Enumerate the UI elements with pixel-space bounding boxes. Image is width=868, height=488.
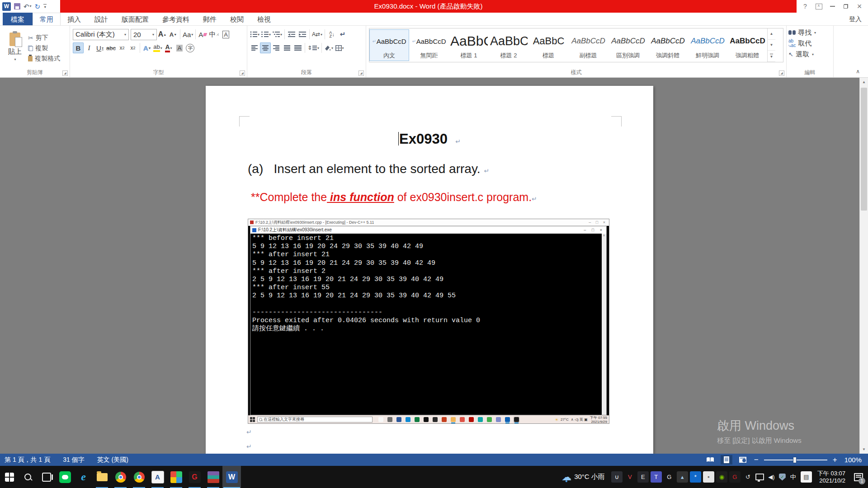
collapse-ribbon-button[interactable]: ∧	[856, 68, 860, 75]
style-item[interactable]: AaBbC 標題	[528, 29, 568, 61]
replace-button[interactable]: ab⤷ac取代	[788, 38, 831, 49]
enclose-characters-button[interactable]: 字	[185, 42, 196, 53]
logitech-icon[interactable]: G	[664, 471, 675, 483]
taskbar-app[interactable]: G	[185, 466, 204, 488]
read-mode-button[interactable]	[704, 455, 716, 465]
ribbon-tab[interactable]: 常用	[33, 13, 61, 25]
scrollbar-thumb[interactable]	[861, 88, 867, 211]
ribbon-tab[interactable]: 設計	[88, 13, 115, 25]
highlight-color-button[interactable]: ab▾	[152, 42, 163, 53]
security-shield-icon[interactable]: ✓	[779, 474, 786, 481]
scroll-down-button[interactable]: ▼	[860, 446, 868, 453]
style-item[interactable]: ↵AaBbCcD 無間距	[409, 29, 449, 61]
document-page[interactable]: Ex0930 ↵ (a) Insert an element to the so…	[206, 86, 653, 454]
chat-bubble-icon[interactable]: ▪	[703, 471, 714, 483]
gallery-more-button[interactable]: ▼	[768, 51, 775, 62]
paragraph-dialog-launcher[interactable]: ◢	[359, 70, 364, 76]
vanguard-icon[interactable]: V	[624, 471, 636, 483]
discord-icon[interactable]: ∪	[611, 471, 623, 483]
photos-icon[interactable]: ▴	[677, 471, 688, 483]
grow-font-button[interactable]: A▲	[157, 29, 168, 40]
word-count[interactable]: 31 個字	[63, 456, 84, 464]
ribbon-tab[interactable]: 版面配置	[115, 13, 156, 25]
notes-icon[interactable]: ▤	[801, 471, 812, 483]
page-indicator[interactable]: 第 1 頁，共 1 頁	[5, 456, 50, 464]
print-layout-button[interactable]	[721, 455, 732, 465]
italic-button[interactable]: I	[84, 42, 94, 53]
subscript-button[interactable]: x2	[117, 42, 127, 53]
font-dialog-launcher[interactable]: ◢	[240, 70, 245, 76]
ribbon-display-options-button[interactable]: ∧	[814, 1, 824, 11]
style-item[interactable]: AaBbCcD 鮮明強調	[688, 29, 727, 61]
sync-icon[interactable]: ↺	[742, 471, 754, 483]
gallery-scroll-up-button[interactable]: ▲	[768, 28, 775, 40]
undo-button[interactable]: ↶▾	[24, 3, 32, 10]
shrink-font-button[interactable]: A▼	[168, 29, 179, 40]
embedded-screenshot[interactable]: F:\10.2上\資料結構\ex0930insert.cpp - [Execut…	[248, 219, 609, 424]
change-case-button[interactable]: Aa▾	[182, 29, 194, 40]
styles-dialog-launcher[interactable]: ◢	[779, 70, 784, 76]
taskbar-app[interactable]	[0, 466, 19, 488]
garena-tray-icon[interactable]: G	[729, 471, 741, 483]
close-button[interactable]: ×	[854, 1, 864, 11]
paste-button[interactable]: 貼上 ▾	[2, 27, 28, 67]
save-icon[interactable]	[14, 3, 20, 9]
taskbar-app[interactable]	[204, 466, 222, 488]
line-spacing-button[interactable]: ⇕▾	[307, 42, 320, 53]
taskbar-app[interactable]	[167, 466, 185, 488]
document-scrollbar[interactable]: ▲ ▼	[859, 78, 868, 454]
asian-layout-button[interactable]: A⇄▾	[311, 29, 323, 40]
font-size-combo[interactable]: 20▾	[131, 29, 157, 40]
gallery-scroll-down-button[interactable]: ▼	[768, 40, 775, 51]
align-left-button[interactable]	[249, 42, 260, 53]
borders-button[interactable]: ▾	[334, 42, 345, 53]
taskbar-app[interactable]: W	[222, 466, 241, 488]
style-item[interactable]: ↵AaBbCcD 內文	[369, 29, 409, 61]
weather-icon[interactable]: ☁	[561, 472, 571, 482]
format-painter-button[interactable]: 複製格式	[28, 54, 60, 63]
ribbon-tab[interactable]: 檔案	[3, 13, 33, 25]
taskbar-app[interactable]	[37, 466, 56, 488]
display-icon[interactable]	[755, 474, 764, 480]
zoom-slider-handle[interactable]	[793, 457, 797, 463]
volume-icon[interactable]: ◀)	[766, 471, 777, 483]
restore-button[interactable]	[841, 1, 851, 11]
copy-button[interactable]: 複製	[28, 44, 60, 53]
bold-button[interactable]: B	[73, 42, 84, 53]
taskbar-app[interactable]	[56, 466, 74, 488]
strikethrough-button[interactable]: abc	[105, 42, 117, 53]
text-effects-button[interactable]: A▾	[142, 42, 152, 53]
style-item[interactable]: AaBbCcD 強調粗體	[727, 29, 767, 61]
style-item[interactable]: AaBbCcDd 標題 2	[489, 29, 528, 61]
font-color-button[interactable]: A▾	[163, 42, 174, 53]
distribute-button[interactable]	[292, 42, 303, 53]
sign-in-link[interactable]: 登入	[843, 13, 868, 25]
multilevel-list-button[interactable]: ▾	[272, 29, 283, 40]
shading-button[interactable]: ▾	[323, 42, 334, 53]
word-logo-icon[interactable]: W	[2, 2, 11, 11]
language-indicator[interactable]: 英文 (美國)	[97, 456, 128, 464]
zoom-in-button[interactable]: +	[832, 456, 838, 464]
underline-button[interactable]: U▾	[94, 42, 105, 53]
taskbar-app[interactable]	[130, 466, 148, 488]
taskbar-app[interactable]: e	[74, 466, 93, 488]
cut-button[interactable]: ✂剪下	[28, 33, 60, 42]
justify-button[interactable]	[282, 42, 292, 53]
taskbar-app[interactable]	[111, 466, 130, 488]
style-item[interactable]: AaBbCcD 副標題	[568, 29, 608, 61]
zoom-slider[interactable]	[764, 457, 827, 463]
minimize-button[interactable]	[827, 1, 837, 11]
style-item[interactable]: AaBbCcDd 標題 1	[449, 29, 489, 61]
clipboard-dialog-launcher[interactable]: ◢	[62, 70, 68, 76]
zoom-out-button[interactable]: −	[753, 456, 760, 464]
taskbar-app[interactable]: A	[148, 466, 167, 488]
teams-icon[interactable]: T	[651, 471, 662, 483]
zoom-level[interactable]: 100%	[844, 456, 862, 464]
ribbon-tab[interactable]: 插入	[61, 13, 88, 25]
clear-formatting-button[interactable]: A	[197, 29, 208, 40]
nvidia-icon[interactable]: ◉	[716, 471, 727, 483]
scroll-up-button[interactable]: ▲	[860, 78, 868, 86]
phonetic-guide-button[interactable]: 中ㄨ	[208, 29, 220, 40]
character-border-button[interactable]: A	[220, 29, 231, 40]
font-family-combo[interactable]: Calibri (本文)▾	[73, 29, 129, 40]
